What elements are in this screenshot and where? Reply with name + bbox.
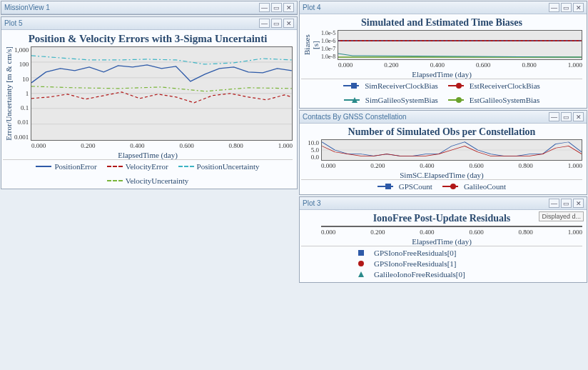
maximize-button[interactable]: ▭ — [561, 3, 572, 12]
minimize-button[interactable]: — — [549, 199, 559, 208]
contacts-xlabel: SimSC.ElapsedTime (day) — [301, 171, 582, 179]
window-title: Plot 4 — [303, 4, 321, 11]
legend-item: VelocityError — [107, 162, 168, 171]
contacts-title: Number of Simulated Obs per Constellatio… — [301, 126, 582, 138]
plot5-yticks: 1,0001001010.10.010.001 — [14, 46, 31, 141]
maximize-button[interactable]: ▭ — [561, 199, 572, 208]
plot4-xticks: 0.0000.2000.4000.6000.8001.000 — [338, 60, 582, 70]
close-button[interactable]: ✕ — [573, 3, 584, 12]
legend-item: SimReceiverClockBias — [343, 81, 438, 90]
plot3-area[interactable] — [321, 226, 582, 227]
contacts-yticks: 10.05.00.0 — [301, 139, 321, 161]
close-button[interactable]: ✕ — [573, 199, 584, 208]
plot3-xlabel: ElapsedTime (day) — [301, 237, 582, 246]
legend-item: GPSCount — [377, 182, 432, 191]
missionview-titlebar[interactable]: MissionView 1 — ▭ ✕ — [1, 1, 297, 14]
plot3-titlebar[interactable]: Plot 3 — ▭ ✕ — [300, 197, 587, 210]
legend-item: EstGalileoSystemBias — [448, 96, 539, 104]
minimize-button[interactable]: — — [259, 3, 270, 12]
contacts-area[interactable] — [321, 139, 582, 161]
contacts-titlebar[interactable]: Contacts By GNSS Constellation — ▭ ✕ — [300, 111, 587, 124]
plot5-legend: PositionErrorVelocityErrorPositionUncert… — [3, 159, 293, 187]
plot4-ylabel: Biases [s] — [301, 30, 321, 60]
minimize-button[interactable]: — — [549, 3, 559, 12]
legend-item: EstReceiverClockBias — [448, 81, 540, 90]
contacts-xticks: 0.0000.2000.4000.6000.8001.000 — [321, 161, 582, 171]
minimize-button[interactable]: — — [549, 112, 559, 121]
missionview-panel: MissionView 1 — ▭ ✕ Mar 12 2020 00:00:00… — [1, 1, 298, 15]
contacts-legend: GPSCountGalileoCount — [301, 179, 582, 193]
plot4-xlabel: ElapsedTime (day) — [301, 70, 582, 79]
plot4-yticks: 1.0e-51.0e-61.0e-71.0e-8 — [321, 30, 338, 60]
plot5-titlebar[interactable]: Plot 5 — ▭ ✕ — [1, 17, 297, 30]
legend-item: GalileoIonoFreeResiduals[0] — [358, 270, 465, 279]
legend-item: GalileoCount — [442, 182, 506, 191]
plot5-panel: Plot 5 — ▭ ✕ Position & Velocity Errors … — [1, 16, 298, 189]
close-button[interactable]: ✕ — [283, 3, 294, 12]
plot3-panel: Plot 3 — ▭ ✕ IonoFree Post-Update Residu… — [299, 196, 587, 283]
legend-item: SimGalileoSystemBias — [344, 96, 438, 104]
plot4-area[interactable] — [338, 30, 582, 60]
close-button[interactable]: ✕ — [573, 112, 584, 121]
displayed-data-button[interactable]: Displayed d... — [539, 211, 584, 221]
legend-item: GPSIonoFreeResiduals[1] — [358, 259, 457, 268]
window-title: Plot 5 — [4, 19, 23, 27]
plot5-ylabel: Error/Uncertainty [m & cm/s] — [3, 46, 14, 141]
plot5-area[interactable] — [31, 46, 293, 141]
plot4-titlebar[interactable]: Plot 4 — ▭ ✕ — [300, 1, 587, 14]
plot4-panel: Plot 4 — ▭ ✕ Simulated and Estimated Tim… — [299, 1, 587, 109]
minimize-button[interactable]: — — [259, 19, 270, 28]
plot5-title: Position & Velocity Errors with 3-Sigma … — [3, 33, 293, 45]
close-button[interactable]: ✕ — [283, 19, 294, 28]
maximize-button[interactable]: ▭ — [271, 19, 282, 28]
window-title: Plot 3 — [303, 199, 321, 207]
plot3-xticks: 0.0000.2000.4000.6000.8001.000 — [321, 227, 582, 237]
maximize-button[interactable]: ▭ — [271, 3, 282, 12]
contacts-panel: Contacts By GNSS Constellation — ▭ ✕ Num… — [299, 110, 587, 195]
plot4-title: Simulated and Estimated Time Biases — [301, 17, 582, 29]
plot3-legend: GPSIonoFreeResiduals[0]GPSIonoFreeResidu… — [301, 246, 582, 281]
window-title: MissionView 1 — [4, 4, 50, 11]
maximize-button[interactable]: ▭ — [561, 112, 572, 121]
plot4-legend: SimReceiverClockBiasEstReceiverClockBias… — [301, 79, 582, 106]
legend-item: VelocityUncertainty — [107, 176, 189, 185]
legend-item: GPSIonoFreeResiduals[0] — [358, 249, 457, 257]
plot5-xticks: 0.0000.2000.4000.6000.8001.000 — [31, 141, 293, 151]
plot5-xlabel: ElapsedTime (day) — [3, 151, 293, 159]
window-title: Contacts By GNSS Constellation — [303, 113, 407, 121]
legend-item: PositionError — [36, 162, 96, 171]
legend-item: PositionUncertainty — [178, 162, 260, 171]
